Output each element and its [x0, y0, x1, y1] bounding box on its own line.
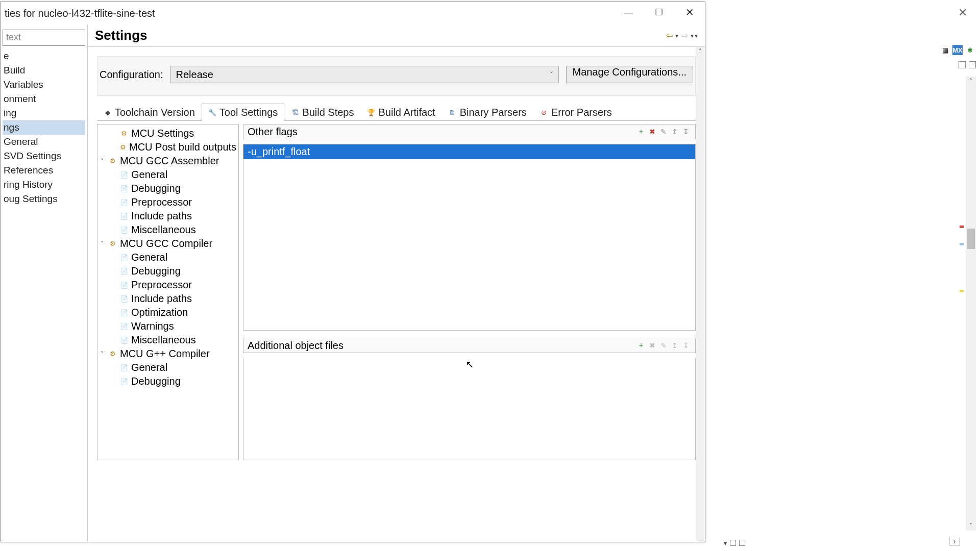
tab-tool-settings[interactable]: 🔧Tool Settings	[202, 104, 285, 121]
sidebar-item[interactable]: ing	[3, 106, 85, 120]
outer-close-icon[interactable]: ✕	[958, 6, 967, 19]
sidebar-item[interactable]: General	[3, 135, 85, 149]
tree-item[interactable]: Warnings	[97, 319, 238, 333]
manage-configurations-button[interactable]: Manage Configurations...	[566, 66, 693, 83]
content-scroll-up-icon[interactable]: ˄	[696, 47, 705, 55]
settings-tabs: ◆Toolchain Version🔧Tool Settings🏗Build S…	[97, 103, 696, 121]
scroll-up-icon[interactable]: ˄	[966, 77, 976, 86]
info-marker-icon[interactable]	[960, 243, 964, 245]
page-icon	[120, 364, 128, 372]
tree-item[interactable]: Preprocessor	[97, 195, 238, 209]
sidebar-item[interactable]: oug Settings	[3, 192, 85, 206]
chevron-down-icon: ˅	[550, 70, 553, 79]
tab-error-parsers[interactable]: ⊘Error Parsers	[533, 104, 619, 121]
bug-icon[interactable]: ✱	[965, 45, 975, 55]
perspective-icon[interactable]: ▦	[940, 45, 950, 55]
addl-move-down-icon[interactable]: ↧	[681, 340, 691, 350]
scroll-thumb[interactable]	[967, 229, 975, 249]
tree-item[interactable]: Debugging	[97, 182, 238, 195]
nav-forward-menu-icon[interactable]: ▾	[691, 32, 694, 39]
tab-build-steps[interactable]: 🏗Build Steps	[284, 104, 360, 121]
sidebar-item[interactable]: onment	[3, 92, 85, 106]
tree-twisty-icon[interactable]: ˅	[99, 157, 106, 165]
tree-item[interactable]: General	[97, 361, 238, 374]
tree-item[interactable]: General	[97, 251, 238, 264]
move-down-icon[interactable]: ↧	[681, 127, 691, 137]
nav-back-menu-icon[interactable]: ▾	[675, 32, 678, 39]
tree-twisty-icon[interactable]: ˅	[99, 350, 106, 358]
minimize-view-icon[interactable]	[959, 61, 966, 68]
tree-item[interactable]: Miscellaneous	[97, 333, 238, 347]
mx-icon[interactable]: MX	[952, 45, 963, 55]
outer-toolbar: ▦ MX ✱	[940, 45, 975, 55]
outer-vertical-scrollbar[interactable]: ˄ ˅	[966, 77, 976, 531]
tree-label: Include paths	[131, 293, 192, 305]
addl-obj-list[interactable]	[243, 358, 696, 460]
outer-scroll-right-icon[interactable]: ›	[949, 537, 960, 546]
window-close-button[interactable]	[674, 2, 705, 22]
statusbar-dropdown-icon[interactable]: ▾	[724, 540, 727, 547]
statusbar-restore-icon[interactable]	[730, 540, 736, 546]
tree-item[interactable]: ˅MCU GCC Assembler	[97, 154, 238, 168]
tree-label: Optimization	[131, 307, 188, 318]
tree-item[interactable]: Include paths	[97, 209, 238, 223]
category-sidebar: text eBuildVariablesonmentingngsGeneralS…	[1, 24, 87, 542]
statusbar-maximize-icon[interactable]	[739, 540, 745, 546]
tree-item[interactable]: Include paths	[97, 292, 238, 306]
tree-item[interactable]: MCU Settings	[97, 127, 238, 140]
nav-forward-icon[interactable]: ⇨	[679, 31, 690, 41]
filter-input[interactable]: text	[3, 30, 85, 46]
tab-icon: 🔧	[208, 109, 216, 117]
tree-twisty-icon[interactable]: ˅	[99, 240, 106, 247]
addl-delete-entry-icon[interactable]: ✖	[647, 340, 657, 350]
tree-item[interactable]: Optimization	[97, 306, 238, 319]
maximize-view-icon[interactable]	[969, 61, 976, 68]
sidebar-item[interactable]: Build	[3, 63, 85, 78]
sidebar-item[interactable]: References	[3, 163, 85, 178]
scroll-down-icon[interactable]: ˅	[966, 521, 976, 531]
move-up-icon[interactable]: ↥	[670, 127, 680, 137]
content-vertical-scrollbar[interactable]: ˄	[696, 47, 705, 542]
edit-entry-icon[interactable]: ✎	[658, 127, 669, 137]
sidebar-item[interactable]: SVD Settings	[3, 149, 85, 163]
addl-add-entry-icon[interactable]: ＋	[636, 340, 646, 350]
tree-label: Warnings	[131, 320, 174, 332]
window-maximize-button[interactable]	[644, 2, 674, 22]
tree-label: MCU GCC Assembler	[120, 155, 219, 167]
configuration-select[interactable]: Release ˅	[170, 66, 559, 83]
add-entry-icon[interactable]: ＋	[636, 127, 646, 137]
dialog-titlebar[interactable]: ties for nucleo-l432-tflite-sine-test	[1, 2, 705, 24]
window-minimize-button[interactable]	[613, 2, 644, 22]
addl-edit-entry-icon[interactable]: ✎	[658, 340, 669, 350]
nav-back-icon[interactable]: ⇦	[664, 31, 674, 41]
tree-item[interactable]: ˅MCU G++ Compiler	[97, 347, 238, 361]
other-flags-list[interactable]: -u_printf_float	[243, 144, 696, 331]
warn-marker-icon[interactable]	[960, 290, 964, 292]
sidebar-item[interactable]: Variables	[3, 78, 85, 92]
tree-item[interactable]: General	[97, 168, 238, 182]
sidebar-item[interactable]: ring History	[3, 178, 85, 192]
list-item[interactable]: -u_printf_float	[243, 144, 695, 159]
tool-tree[interactable]: MCU SettingsMCU Post build outputs˅MCU G…	[97, 124, 239, 460]
tree-label: Miscellaneous	[131, 224, 196, 236]
nav-view-menu-icon[interactable]: ▾	[695, 32, 698, 39]
page-icon	[120, 212, 128, 220]
tree-item[interactable]: Miscellaneous	[97, 223, 238, 237]
sidebar-item[interactable]: ngs	[3, 120, 85, 135]
error-marker-icon[interactable]	[960, 226, 964, 228]
tab-build-artifact[interactable]: 🏆Build Artifact	[360, 104, 442, 121]
tree-item[interactable]: Debugging	[97, 264, 238, 278]
tab-binary-parsers[interactable]: 🗎Binary Parsers	[442, 104, 533, 121]
scroll-track[interactable]	[966, 86, 976, 521]
addl-move-up-icon[interactable]: ↥	[670, 340, 680, 350]
sidebar-item[interactable]: e	[3, 49, 85, 63]
page-title: Settings	[95, 28, 148, 43]
main-panel: Settings ⇦ ▾ ⇨ ▾ ▾ ˄ Configuration: Rele…	[87, 24, 705, 542]
tab-icon: 🏆	[367, 109, 375, 117]
tree-item[interactable]: Preprocessor	[97, 278, 238, 292]
tree-item[interactable]: Debugging	[97, 374, 238, 388]
tab-toolchain-version[interactable]: ◆Toolchain Version	[97, 104, 202, 121]
tree-item[interactable]: ˅MCU GCC Compiler	[97, 237, 238, 251]
delete-entry-icon[interactable]: ✖	[647, 127, 657, 137]
tree-item[interactable]: MCU Post build outputs	[97, 140, 238, 154]
